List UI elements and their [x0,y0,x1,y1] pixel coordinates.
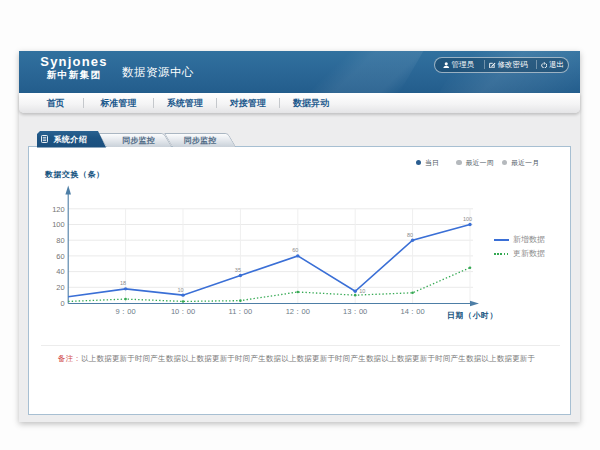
remark-note: 备注：以上数据更新于时间产生数据以上数据更新于时间产生数据以上数据更新于时间产生… [58,354,535,364]
svg-text:10：00: 10：00 [171,306,195,315]
svg-text:100: 100 [463,216,472,222]
svg-text:18: 18 [120,280,126,286]
app-header: Synjones 新中新集团 数据资源中心 管理员 修改密码 退出 [19,51,580,93]
change-password-button[interactable]: 修改密码 [485,58,536,72]
svg-text:10: 10 [177,286,183,292]
tab-label: 系统介绍 [54,134,87,145]
main-nav: 首页 标准管理 系统管理 对接管理 数据异动 [19,93,580,113]
note-divider [41,345,560,346]
svg-text:60: 60 [292,247,298,253]
change-password-label: 修改密码 [498,60,528,70]
document-icon [41,135,48,143]
legend-label: 新增数据 [513,234,545,245]
svg-text:0: 0 [61,298,65,307]
line-sample-solid [494,239,509,241]
line-chart: 0204060801001209：0010：0011：0012：0013：001… [29,147,570,414]
logout-label: 退出 [549,60,564,70]
svg-text:35: 35 [235,267,241,273]
nav-item-interface-mgmt[interactable]: 对接管理 [217,97,279,110]
content-panel: 当日 最近一周 最近一月 数据交换（条） 0204060801001209：00… [28,146,571,415]
svg-text:13：00: 13：00 [343,306,367,315]
page-title: 数据资源中心 [122,65,194,80]
user-icon [443,62,450,69]
app-window: Synjones 新中新集团 数据资源中心 管理员 修改密码 退出 首页 标准管… [19,51,580,422]
nav-item-home[interactable]: 首页 [28,97,83,110]
svg-text:9：00: 9：00 [116,306,136,315]
nav-item-system-mgmt[interactable]: 系统管理 [154,97,216,110]
logout-button[interactable]: 退出 [537,58,569,72]
tab-sync-monitor-2[interactable]: 同步监控 [164,133,228,147]
edit-icon [489,62,496,69]
x-axis-title: 日期（小时） [447,310,498,321]
svg-text:60: 60 [56,251,64,260]
nav-item-standard-mgmt[interactable]: 标准管理 [84,97,153,110]
legend-updated-data[interactable]: 更新数据 [494,247,545,261]
svg-text:14：00: 14：00 [401,306,425,315]
logo-text-cn: 新中新集团 [40,70,108,80]
svg-text:100: 100 [52,220,65,229]
header-streak-decoration [293,51,435,93]
remark-tag: 备注： [58,354,81,363]
svg-text:10: 10 [359,287,365,293]
series-legend: 新增数据 更新数据 [494,233,545,262]
tab-label: 同步监控 [98,135,164,146]
svg-text:11：00: 11：00 [229,306,253,315]
remark-text: 以上数据更新于时间产生数据以上数据更新于时间产生数据以上数据更新于时间产生数据以… [81,354,535,363]
svg-text:12：00: 12：00 [286,306,310,315]
nav-item-data-change[interactable]: 数据异动 [280,97,342,110]
tab-label: 同步监控 [164,135,228,146]
tab-bar: 同步监控 同步监控 系统介绍 [19,131,580,147]
svg-text:40: 40 [56,267,64,276]
svg-text:80: 80 [407,231,413,237]
power-icon [541,62,548,69]
tab-sync-monitor-1[interactable]: 同步监控 [98,133,164,147]
company-logo: Synjones 新中新集团 [40,56,108,80]
legend-label: 更新数据 [513,248,545,259]
tab-system-intro[interactable]: 系统介绍 [37,131,106,148]
svg-text:120: 120 [52,204,65,213]
svg-text:80: 80 [56,235,64,244]
line-sample-dotted [494,253,509,255]
legend-new-data[interactable]: 新增数据 [494,233,545,247]
svg-text:20: 20 [56,283,64,292]
user-toolbar: 管理员 修改密码 退出 [434,57,569,73]
current-user-button[interactable]: 管理员 [435,58,484,72]
current-user-label: 管理员 [452,60,475,70]
logo-text-en: Synjones [40,56,108,68]
